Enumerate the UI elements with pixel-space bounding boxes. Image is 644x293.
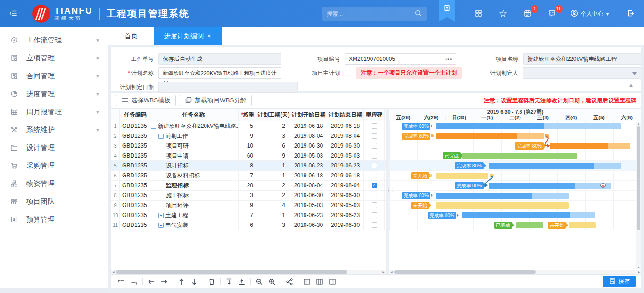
gantt-bar[interactable] <box>436 202 569 209</box>
gantt-bar[interactable] <box>436 193 569 199</box>
milestone-checkbox[interactable] <box>372 163 377 168</box>
gantt-bar[interactable] <box>436 123 621 129</box>
gantt-bar[interactable] <box>436 133 544 139</box>
table-row[interactable]: 7GBD1235监理招标2022019-08-042019-08-04✓ <box>111 181 386 191</box>
task-duration: 2 <box>257 181 290 190</box>
favorites-star-icon[interactable]: ☆ <box>497 9 509 18</box>
plan-name-field[interactable]: 新疆欣旺至众和220KV输电线路工程项目进度计划 <box>158 67 281 79</box>
sidebar-item-2[interactable]: 立项管理▼ <box>0 49 108 67</box>
tree-expand-icon[interactable]: + <box>158 213 164 218</box>
table-row[interactable]: 6GBD1235设备材料招标712019-06-182019-06-18 <box>111 171 386 181</box>
sidebar-item-6[interactable]: 系统维护▼ <box>0 121 108 139</box>
task-weight: 6 <box>239 220 257 230</box>
calendar-icon[interactable]: 1 <box>521 9 534 18</box>
move-down-icon[interactable] <box>190 277 198 286</box>
col-header-end: 计划结束日期 <box>327 109 364 121</box>
table-row[interactable]: 5GBD1235设计招标812019-06-232019-06-23 <box>111 161 386 171</box>
bookmark-save-icon[interactable] <box>439 0 455 22</box>
gantt-bar[interactable] <box>550 143 630 149</box>
gantt-vscrollbar[interactable]: ▲ ▼ <box>636 122 641 269</box>
sidebar-item-3[interactable]: 合同管理▼ <box>0 67 108 85</box>
gantt-bar[interactable] <box>489 163 621 169</box>
sidebar-item-label: 采购管理 <box>26 161 55 170</box>
sidebar-collapse-icon[interactable] <box>0 9 26 18</box>
plan-date-field[interactable] <box>158 82 298 93</box>
plan-maker-select[interactable] <box>523 67 641 79</box>
project-name-field[interactable]: 新建欣旺至众和220kV输电线路工程 <box>523 53 642 65</box>
sidebar-item-4[interactable]: 进度管理▼ <box>0 85 108 103</box>
sidebar-item-5[interactable]: 周月报管理▼ <box>0 103 108 121</box>
table-row[interactable]: 9GBD1235项目环评942019-05-032019-05-03 <box>111 201 386 210</box>
milestone-checkbox[interactable] <box>372 193 377 198</box>
tab-1[interactable]: 首页 <box>108 27 154 45</box>
gantt-bar[interactable] <box>436 173 488 179</box>
table-hscrollbar[interactable]: ◄ ► <box>111 270 386 274</box>
sidebar-item-9[interactable]: 物资管理 <box>0 175 108 193</box>
delete-icon[interactable] <box>207 277 216 286</box>
toolbar-separator <box>142 278 143 285</box>
gantt-bar[interactable] <box>489 183 611 189</box>
project-code-field[interactable]: XM201907010005 ••• <box>345 53 456 65</box>
more-options-icon[interactable]: ••• <box>445 54 453 64</box>
move-up-icon[interactable] <box>177 277 186 286</box>
tree-collapse-icon[interactable]: − <box>158 134 164 139</box>
milestone-checkbox[interactable] <box>372 222 377 228</box>
zoom-out-icon[interactable] <box>255 277 264 286</box>
sidebar-item-7[interactable]: 设计管理 <box>0 139 108 157</box>
gantt-bar[interactable] <box>516 222 543 228</box>
table-row[interactable]: 2GBD1235−前期工作932019-08-042019-08-04 <box>111 131 386 141</box>
apps-grid-icon[interactable] <box>472 9 485 18</box>
table-row[interactable]: 1GBD1235−新建欣旺至众和220kV输电线路工程522019-06-182… <box>111 121 386 131</box>
collapse-all-icon[interactable] <box>238 277 246 286</box>
table-row[interactable]: 8GBD1235施工招标322019-06-302019-06-30 <box>111 191 386 201</box>
milestone-checkbox[interactable] <box>372 212 377 218</box>
panel-collapse-icon[interactable]: ▲ <box>628 82 634 88</box>
milestone-checkbox[interactable] <box>372 143 377 149</box>
zoom-in-icon[interactable] <box>268 277 276 286</box>
milestone-checkbox[interactable]: ✓ <box>372 183 377 188</box>
table-row[interactable]: 10GBD1235+土建工程712019-06-232019-06-23 <box>111 210 386 220</box>
table-row[interactable]: 11GBD1235+电气安装632019-06-302019-06-30 <box>111 220 386 230</box>
milestone-checkbox[interactable] <box>372 133 377 139</box>
tab-2[interactable]: 进度计划编制× <box>154 27 222 45</box>
task-start-date: 2019-06-23 <box>290 210 327 220</box>
clear-predecessor-icon[interactable] <box>130 277 138 286</box>
load-wbs-button[interactable]: 加载项目WBS分解 <box>180 95 252 106</box>
gantt-bar[interactable] <box>462 212 595 218</box>
master-plan-checkbox[interactable] <box>345 70 351 76</box>
pane-splitter[interactable]: ⋮⋮ <box>386 108 389 274</box>
logout-icon[interactable] <box>627 9 635 18</box>
search-icon[interactable] <box>414 9 422 18</box>
sidebar-item-1[interactable]: 工作流管理▼ <box>0 31 108 49</box>
global-search-input[interactable]: 搜索... <box>322 7 427 21</box>
select-wbs-template-button[interactable]: 选择WBS模板 <box>116 95 176 106</box>
layout-split-icon[interactable] <box>315 277 324 286</box>
close-icon[interactable]: × <box>207 33 211 40</box>
sidebar-item-10[interactable]: 项目团队 <box>0 193 108 210</box>
milestone-checkbox[interactable] <box>372 202 377 208</box>
gantt-bar[interactable] <box>462 153 577 159</box>
milestone-checkbox[interactable] <box>372 123 377 129</box>
layout-right-icon[interactable] <box>328 277 337 286</box>
tree-collapse-icon[interactable]: − <box>151 124 156 129</box>
sidebar-item-8[interactable]: 采购管理 <box>0 157 108 175</box>
table-row[interactable]: 3GBD1235项目可研1062019-06-302019-06-30 <box>111 141 386 151</box>
expand-all-icon[interactable] <box>225 277 233 286</box>
table-row[interactable]: 4GBD1235项目申请6092019-05-032019-05-03 <box>111 151 386 161</box>
layout-left-icon[interactable] <box>303 277 311 286</box>
toolbar-separator <box>173 278 173 285</box>
milestone-checkbox[interactable] <box>372 153 377 159</box>
gantt-bar[interactable] <box>569 222 596 228</box>
tree-expand-icon[interactable]: + <box>158 223 164 228</box>
set-predecessor-icon[interactable] <box>117 277 125 286</box>
work-order-field[interactable]: 保存后自动生成 <box>158 53 281 65</box>
move-right-icon[interactable] <box>160 277 168 286</box>
message-icon[interactable]: 18 <box>546 9 558 18</box>
share-icon[interactable] <box>285 277 294 286</box>
save-button[interactable]: 保存 <box>603 276 636 287</box>
sidebar-item-11[interactable]: 预算管理 <box>0 210 108 228</box>
gantt-hscrollbar[interactable]: ◄ ► <box>389 270 641 274</box>
user-menu[interactable]: 个人中心 ▾ <box>570 9 609 18</box>
milestone-checkbox[interactable] <box>372 173 377 178</box>
move-left-icon[interactable] <box>147 277 156 286</box>
